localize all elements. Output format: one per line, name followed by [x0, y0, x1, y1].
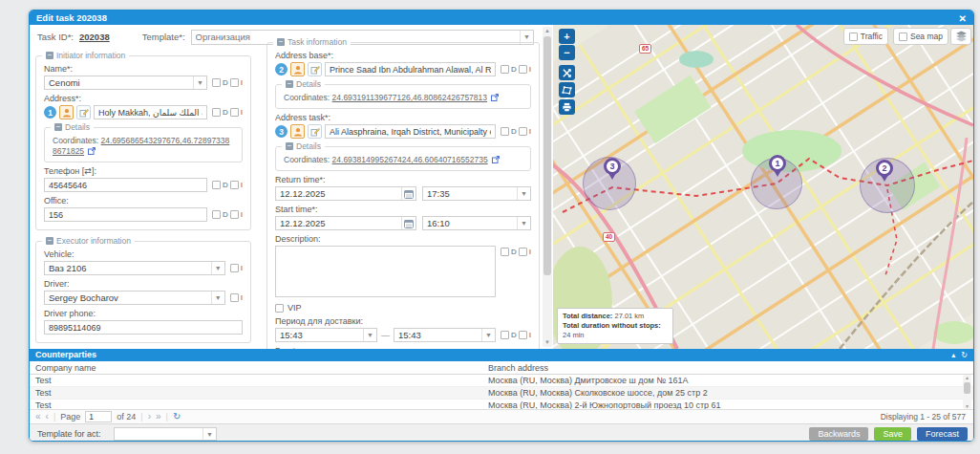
collapse-icon[interactable]: − — [286, 142, 293, 150]
chevron-down-icon[interactable]: ▼ — [517, 187, 530, 200]
traffic-checkbox[interactable] — [849, 32, 858, 41]
task-id-link[interactable]: 202038 — [79, 32, 110, 42]
save-button[interactable]: Save — [874, 427, 911, 441]
i-checkbox[interactable] — [230, 210, 239, 219]
collapse-icon[interactable]: − — [277, 38, 285, 46]
return-time-input[interactable] — [423, 188, 517, 199]
contact-person-icon[interactable] — [290, 62, 305, 76]
i-checkbox[interactable] — [230, 293, 239, 302]
first-page-icon[interactable]: « — [35, 412, 41, 422]
traffic-toggle[interactable]: Traffic — [843, 28, 888, 45]
address-base-input[interactable] — [325, 62, 496, 76]
refresh-icon[interactable]: ↻ — [961, 349, 968, 361]
i-checkbox[interactable] — [519, 331, 527, 339]
sea-map-checkbox[interactable] — [899, 32, 907, 41]
collapse-icon[interactable]: − — [286, 80, 293, 88]
chevron-down-icon[interactable]: ▼ — [211, 292, 224, 304]
external-link-icon[interactable] — [88, 147, 96, 158]
i-checkbox[interactable] — [519, 127, 527, 136]
calendar-icon[interactable] — [401, 217, 415, 229]
next-page-icon[interactable]: › — [148, 412, 151, 422]
description-textarea[interactable] — [275, 246, 496, 297]
return-date-field[interactable] — [275, 186, 416, 201]
phone-input[interactable] — [44, 178, 207, 192]
draw-polygon-button[interactable] — [559, 82, 575, 97]
i-checkbox[interactable] — [230, 108, 239, 117]
driver-input[interactable] — [45, 292, 211, 303]
scroll-up-icon[interactable]: ▲ — [963, 375, 971, 380]
d-checkbox[interactable] — [501, 331, 509, 339]
chevron-down-icon[interactable]: ▼ — [193, 76, 206, 89]
contact-person-icon[interactable] — [290, 124, 305, 139]
d-checkbox[interactable] — [212, 108, 221, 117]
vip-checkbox[interactable] — [275, 304, 284, 313]
address-input[interactable] — [94, 105, 207, 119]
start-date-input[interactable] — [276, 218, 401, 228]
form-scrollbar[interactable]: ▲ ▼ — [543, 27, 552, 347]
d-checkbox[interactable] — [501, 65, 509, 74]
edit-address-icon[interactable] — [308, 62, 322, 76]
return-time-combo[interactable]: ▼ — [422, 186, 531, 201]
collapse-panel-icon[interactable]: ▴ — [951, 349, 955, 361]
table-row[interactable]: Test Москва (RU, Москва) 2-й Южнопортовы… — [30, 400, 973, 409]
chevron-down-icon[interactable]: ▼ — [481, 329, 495, 341]
template-input[interactable] — [192, 32, 520, 42]
edit-address-icon[interactable] — [76, 105, 91, 119]
office-input[interactable] — [44, 207, 207, 222]
edit-address-icon[interactable] — [308, 124, 322, 139]
chevron-down-icon[interactable]: ▼ — [211, 262, 224, 274]
scroll-down-icon[interactable]: ▼ — [543, 338, 552, 347]
template-for-act-input[interactable] — [115, 429, 202, 440]
scroll-up-icon[interactable]: ▲ — [543, 27, 552, 35]
collapse-icon[interactable]: − — [54, 123, 62, 131]
refresh-icon[interactable]: ↻ — [173, 412, 181, 422]
chevron-down-icon[interactable]: ▼ — [363, 329, 376, 341]
zoom-in-button[interactable]: + — [559, 29, 575, 44]
i-checkbox[interactable] — [230, 78, 239, 87]
page-number-input[interactable] — [85, 411, 112, 422]
driver-combo[interactable]: ▼ — [44, 291, 225, 305]
scrollbar-thumb[interactable] — [964, 382, 970, 394]
d-checkbox[interactable] — [212, 181, 221, 189]
map-marker-3[interactable]: 3 — [604, 158, 621, 175]
calendar-icon[interactable] — [401, 187, 415, 200]
d-checkbox[interactable] — [501, 127, 509, 136]
table-scrollbar[interactable]: ▲ ▼ — [963, 375, 971, 409]
counterparties-header[interactable]: Counterparties ▴ ↻ — [30, 349, 973, 361]
period-from-combo[interactable]: ▼ — [275, 328, 377, 342]
map-canvas[interactable]: + − — [553, 25, 973, 349]
prev-page-icon[interactable]: ‹ — [46, 412, 49, 422]
i-checkbox[interactable] — [230, 264, 239, 272]
start-time-combo[interactable]: ▼ — [422, 216, 531, 230]
collapse-icon[interactable]: − — [46, 237, 53, 245]
address-task-input[interactable] — [325, 124, 496, 139]
last-page-icon[interactable]: » — [156, 412, 161, 422]
i-checkbox[interactable] — [230, 181, 239, 189]
chevron-down-icon[interactable]: ▼ — [517, 217, 530, 229]
layers-button[interactable] — [950, 28, 971, 45]
i-checkbox[interactable] — [519, 65, 527, 74]
d-checkbox[interactable] — [212, 210, 221, 219]
d-checkbox[interactable] — [212, 78, 221, 87]
forecast-button[interactable]: Forecast — [917, 427, 968, 441]
chevron-down-icon[interactable]: ▼ — [202, 428, 216, 440]
external-link-icon[interactable] — [492, 156, 500, 166]
template-for-act-combo[interactable]: ▼ — [114, 427, 217, 441]
sea-map-toggle[interactable]: Sea map — [893, 28, 948, 45]
zoom-out-button[interactable]: − — [559, 45, 575, 60]
route-tool-button[interactable] — [559, 65, 575, 80]
d-checkbox[interactable] — [501, 248, 509, 256]
contact-person-icon[interactable] — [59, 105, 74, 119]
column-branch-address[interactable]: Branch address — [488, 363, 548, 373]
period-from-input[interactable] — [276, 330, 363, 340]
column-company-name[interactable]: Company name — [35, 363, 96, 373]
start-time-input[interactable] — [423, 218, 517, 228]
map-marker-1[interactable]: 1 — [769, 155, 786, 172]
table-row[interactable]: Test Москва (RU, Москва) Сколковское шос… — [30, 387, 973, 400]
vehicle-combo[interactable]: ▼ — [44, 261, 225, 275]
scrollbar-thumb[interactable] — [543, 36, 551, 275]
collapse-icon[interactable]: − — [46, 52, 53, 59]
base-coordinates-link[interactable]: 24.693191139677126,46.80862426757813 — [332, 93, 487, 102]
print-map-button[interactable] — [559, 99, 575, 115]
name-input[interactable] — [45, 77, 193, 88]
